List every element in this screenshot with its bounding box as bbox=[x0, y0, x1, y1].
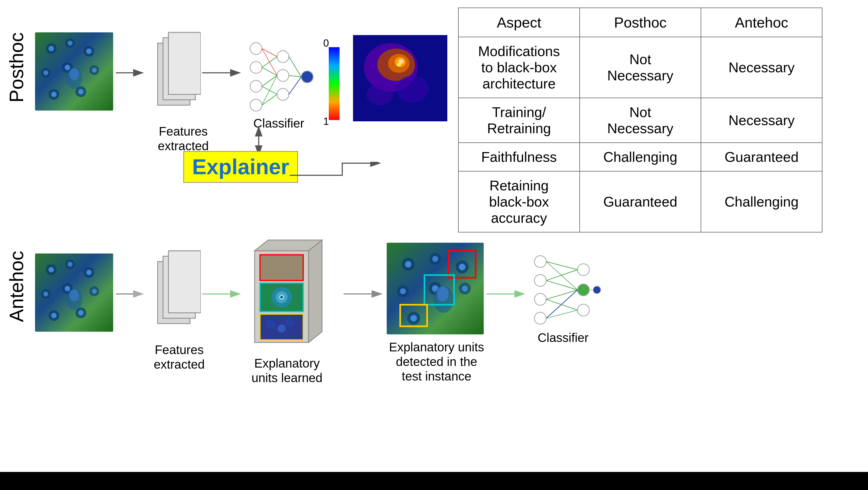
svg-point-28 bbox=[250, 80, 262, 92]
svg-point-29 bbox=[250, 99, 262, 111]
arrow-peacock-to-features-antehoc bbox=[115, 286, 147, 302]
features-extracted-label-posthoc: Featuresextracted bbox=[156, 124, 210, 153]
antehoc-cell-2: Guaranteed bbox=[701, 143, 822, 171]
table-header-antehoc: Antehoc bbox=[701, 8, 822, 37]
svg-point-63 bbox=[49, 267, 54, 272]
svg-point-12 bbox=[92, 68, 97, 73]
svg-point-59 bbox=[367, 84, 394, 105]
antehoc-cell-3: Challenging bbox=[701, 171, 822, 232]
svg-line-44 bbox=[289, 77, 301, 94]
svg-point-31 bbox=[277, 69, 289, 82]
posthoc-section-label: Posthoc bbox=[5, 32, 28, 103]
svg-point-77 bbox=[78, 310, 84, 316]
classifier-antehoc bbox=[530, 246, 602, 326]
antehoc-cell-0: Necessary bbox=[701, 37, 822, 98]
aspect-cell-0: Modificationsto black-boxarchitecture bbox=[458, 37, 580, 98]
svg-line-38 bbox=[262, 94, 277, 105]
svg-point-137 bbox=[578, 284, 589, 296]
arrow-peacock-to-features-posthoc bbox=[115, 65, 147, 81]
test-instance-image bbox=[387, 243, 484, 335]
svg-point-106 bbox=[278, 324, 286, 333]
svg-point-4 bbox=[68, 41, 72, 46]
svg-point-114 bbox=[432, 256, 438, 262]
comparison-table: Aspect Posthoc Antehoc Modificationsto b… bbox=[458, 7, 823, 232]
svg-point-16 bbox=[78, 89, 84, 94]
svg-line-146 bbox=[546, 299, 578, 310]
svg-point-2 bbox=[49, 46, 54, 51]
posthoc-cell-2: Challenging bbox=[580, 143, 701, 171]
svg-point-136 bbox=[578, 264, 589, 276]
svg-point-6 bbox=[86, 49, 92, 54]
antehoc-section-label: Antehoc bbox=[5, 251, 28, 322]
svg-line-141 bbox=[546, 270, 578, 281]
posthoc-cell-1: NotNecessary bbox=[580, 98, 701, 143]
svg-point-67 bbox=[86, 270, 92, 275]
svg-point-133 bbox=[534, 275, 546, 286]
svg-point-33 bbox=[301, 71, 313, 83]
svg-point-65 bbox=[68, 262, 72, 267]
svg-point-107 bbox=[285, 317, 294, 327]
svg-point-138 bbox=[578, 304, 589, 316]
svg-point-139 bbox=[593, 286, 601, 294]
svg-line-144 bbox=[546, 290, 578, 299]
svg-point-69 bbox=[43, 291, 48, 296]
table-header-posthoc: Posthoc bbox=[580, 8, 701, 37]
posthoc-cell-0: NotNecessary bbox=[580, 37, 701, 98]
aspect-cell-2: Faithfulness bbox=[458, 143, 580, 171]
table-row: Training/Retraining NotNecessary Necessa… bbox=[458, 98, 822, 143]
svg-point-18 bbox=[69, 68, 79, 80]
svg-point-134 bbox=[534, 293, 546, 305]
svg-point-112 bbox=[405, 261, 411, 267]
svg-point-105 bbox=[266, 319, 276, 329]
svg-text:0: 0 bbox=[323, 39, 329, 49]
svg-point-135 bbox=[534, 312, 546, 324]
aspect-cell-3: Retainingblack-boxaccuracy bbox=[458, 171, 580, 232]
aspect-cell-1: Training/Retraining bbox=[458, 98, 580, 143]
svg-rect-23 bbox=[168, 32, 201, 94]
svg-point-8 bbox=[43, 70, 48, 75]
feature-layers-posthoc bbox=[147, 27, 201, 119]
classifier-posthoc bbox=[245, 32, 315, 113]
peacock-image-posthoc bbox=[35, 32, 113, 111]
svg-rect-84 bbox=[168, 251, 201, 313]
posthoc-cell-3: Guaranteed bbox=[580, 171, 701, 232]
svg-line-36 bbox=[262, 76, 277, 86]
svg-point-14 bbox=[51, 92, 57, 97]
svg-rect-49 bbox=[329, 47, 340, 120]
svg-point-102 bbox=[281, 296, 283, 298]
svg-point-26 bbox=[250, 42, 262, 55]
explanatory-units-detected-label: Explanatory unitsdetected in thetest ins… bbox=[385, 340, 488, 383]
svg-point-118 bbox=[400, 288, 406, 294]
explanatory-units-learned-label: Explanatoryunits learned bbox=[247, 356, 328, 385]
table-row: Modificationsto black-boxarchitecture No… bbox=[458, 37, 822, 98]
svg-line-43 bbox=[289, 76, 301, 77]
svg-point-122 bbox=[462, 286, 468, 291]
arrow-explainer-to-heatmap bbox=[288, 162, 383, 189]
svg-line-143 bbox=[546, 281, 578, 290]
explanatory-units-box bbox=[244, 235, 341, 353]
svg-point-60 bbox=[397, 63, 401, 67]
heatmap-image bbox=[353, 35, 447, 121]
svg-point-126 bbox=[437, 286, 449, 301]
table-header-aspect: Aspect bbox=[458, 8, 580, 37]
svg-text:1: 1 bbox=[323, 116, 329, 127]
antehoc-cell-1: Necessary bbox=[701, 98, 822, 143]
table-row: Faithfulness Challenging Guaranteed bbox=[458, 143, 822, 171]
svg-point-132 bbox=[534, 256, 546, 267]
svg-marker-89 bbox=[309, 240, 322, 343]
arrow-features-to-3dbox-antehoc bbox=[201, 286, 244, 302]
svg-point-79 bbox=[69, 289, 79, 301]
svg-point-10 bbox=[65, 65, 70, 70]
svg-point-58 bbox=[396, 76, 429, 103]
arrow-test-to-classifier-antehoc bbox=[485, 286, 528, 302]
feature-layers-antehoc bbox=[147, 246, 201, 337]
svg-point-73 bbox=[92, 289, 97, 294]
table-row: Retainingblack-boxaccuracy Guaranteed Ch… bbox=[458, 171, 822, 232]
svg-point-27 bbox=[250, 61, 262, 74]
peacock-image-antehoc bbox=[35, 254, 113, 332]
svg-point-32 bbox=[277, 88, 289, 100]
svg-point-116 bbox=[459, 264, 465, 270]
svg-point-71 bbox=[65, 286, 70, 291]
arrow-3dbox-to-test-antehoc bbox=[342, 286, 385, 302]
explainer-box: Explainer bbox=[183, 151, 298, 183]
